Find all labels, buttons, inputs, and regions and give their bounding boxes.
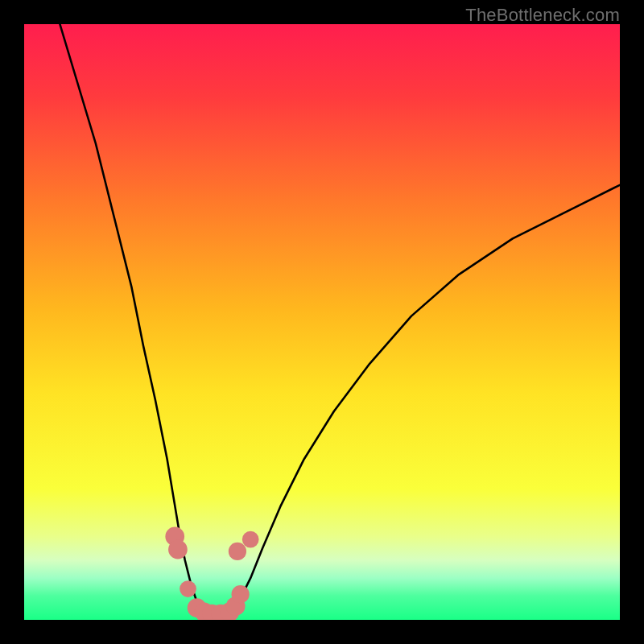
- marker-point: [229, 543, 246, 560]
- chart-frame: TheBottleneck.com: [0, 0, 644, 644]
- marker-point: [180, 580, 196, 597]
- plot-area: [24, 24, 620, 620]
- marker-point: [168, 540, 188, 559]
- series-right-branch: [233, 185, 620, 611]
- marker-point: [242, 531, 259, 548]
- marker-point: [232, 585, 250, 603]
- curves-layer: [24, 24, 620, 620]
- series-left-branch: [60, 24, 203, 611]
- watermark-text: TheBottleneck.com: [465, 5, 620, 26]
